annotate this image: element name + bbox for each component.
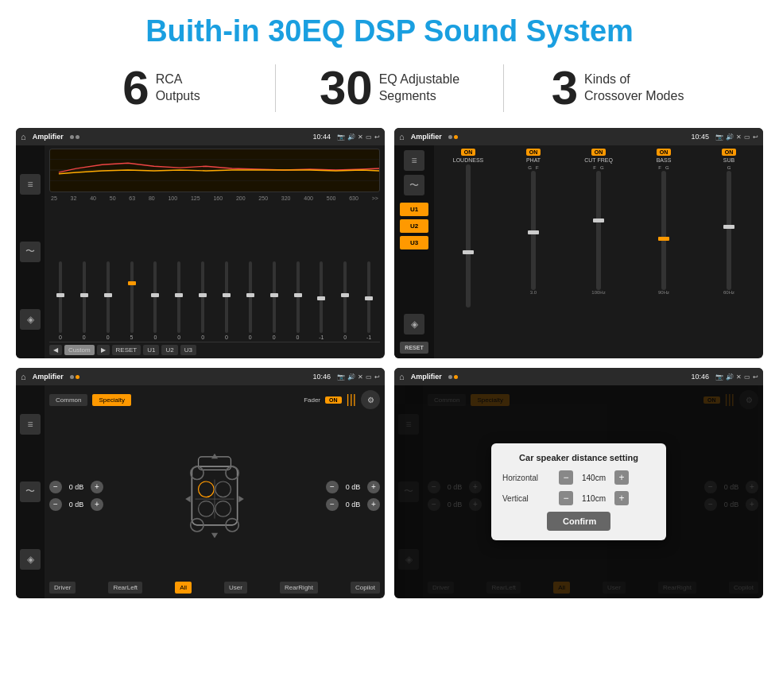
dialog-horizontal-minus[interactable]: −: [559, 470, 573, 485]
bass-slider[interactable]: [661, 171, 666, 290]
home-icon-3[interactable]: ⌂: [21, 372, 26, 381]
dialog-vertical-minus[interactable]: −: [559, 491, 573, 505]
back-icon[interactable]: ↩: [374, 133, 380, 141]
amp-eq-icon[interactable]: ≡: [404, 150, 424, 171]
cs-settings-icon[interactable]: ⚙: [361, 390, 380, 409]
eq-slider-4[interactable]: 0: [144, 261, 166, 340]
cs-main-panel: Common Specialty Fader ON ||| ⚙ − 0 dB +: [45, 385, 385, 598]
close-icon-3: ✕: [358, 373, 363, 381]
cutfreq-slider[interactable]: [596, 171, 601, 290]
bass-on-btn[interactable]: ON: [657, 149, 672, 156]
svg-rect-4: [199, 456, 231, 469]
home-icon[interactable]: ⌂: [21, 132, 26, 141]
eq-u3-btn[interactable]: U3: [180, 345, 196, 355]
screen4-topbar: ⌂ Amplifier 10:46 📷 🔊 ✕ ▭ ↩: [394, 368, 763, 385]
amp-channel-loudness: ON LOUDNESS: [437, 149, 499, 355]
cs-all-btn[interactable]: All: [175, 582, 192, 594]
eq-slider-8[interactable]: 0: [239, 261, 262, 340]
eq-u1-btn[interactable]: U1: [143, 345, 159, 355]
speaker-icon[interactable]: ◈: [20, 309, 41, 330]
screen1-content: ≡ 〜 ◈ 2: [16, 145, 385, 358]
eq-slider-3[interactable]: 5: [121, 261, 143, 340]
phat-slider[interactable]: [531, 171, 536, 290]
sub-slider[interactable]: [727, 171, 731, 290]
amp-speaker-icon[interactable]: ◈: [404, 314, 424, 335]
cs-minus-2[interactable]: −: [49, 498, 62, 511]
dialog-confirm-btn[interactable]: Confirm: [547, 512, 610, 531]
cs-eq-icon[interactable]: ≡: [20, 414, 41, 435]
sub-g-label: G: [727, 165, 731, 170]
wave-icon[interactable]: 〜: [20, 242, 41, 262]
cs-common-tab[interactable]: Common: [49, 394, 87, 406]
screen4-icons: 📷 🔊 ✕ ▭ ↩: [715, 373, 758, 381]
volume-icon-4: 🔊: [726, 373, 734, 381]
eq-slider-6[interactable]: 0: [192, 261, 214, 340]
cs-minus-1[interactable]: −: [49, 481, 62, 493]
amp-channel-bass: ON BASS F G 90Hz: [633, 149, 695, 355]
amp-u2-btn[interactable]: U2: [400, 219, 428, 233]
cs-rearright-btn[interactable]: RearRight: [280, 582, 318, 594]
phat-on-btn[interactable]: ON: [526, 149, 541, 156]
amp-u1-btn[interactable]: U1: [400, 203, 428, 216]
camera-icon: 📷: [337, 133, 345, 141]
cs-specialty-tab[interactable]: Specialty: [92, 394, 130, 406]
cs-minus-4[interactable]: −: [326, 498, 339, 511]
back-icon-4[interactable]: ↩: [753, 373, 758, 381]
eq-custom-btn[interactable]: Custom: [64, 345, 95, 355]
screen1-title: Amplifier: [33, 133, 64, 141]
screen3-content: ≡ 〜 ◈ Common Specialty Fader ON ||| ⚙: [16, 385, 385, 598]
loudness-slider[interactable]: [466, 164, 471, 307]
eq-u2-btn[interactable]: U2: [161, 345, 177, 355]
eq-slider-11[interactable]: -1: [310, 261, 332, 340]
eq-icon[interactable]: ≡: [20, 174, 41, 195]
cs-speaker-icon[interactable]: ◈: [20, 549, 41, 570]
eq-slider-13[interactable]: -1: [358, 261, 380, 340]
amp-reset-btn[interactable]: RESET: [400, 342, 428, 354]
fader-on-btn[interactable]: ON: [325, 396, 342, 404]
amp-u3-btn[interactable]: U3: [400, 236, 428, 249]
back-icon-3[interactable]: ↩: [374, 373, 380, 381]
eq-play-btn[interactable]: ▶: [97, 345, 110, 355]
eq-slider-0[interactable]: 0: [49, 261, 72, 340]
cs-minus-3[interactable]: −: [326, 481, 339, 493]
svg-point-10: [215, 481, 231, 497]
eq-slider-2[interactable]: 0: [97, 261, 119, 340]
cs-top-row: Common Specialty Fader ON ||| ⚙: [49, 390, 380, 409]
home-icon-2[interactable]: ⌂: [399, 132, 405, 141]
screen-cs: ⌂ Amplifier 10:46 📷 🔊 ✕ ▭ ↩ ≡ 〜 ◈: [16, 368, 385, 598]
cs-plus-4[interactable]: +: [367, 498, 380, 511]
dialog-horizontal-plus[interactable]: +: [614, 470, 629, 485]
stat-eq-number: 30: [320, 64, 373, 112]
cs-copilot-btn[interactable]: Copilot: [351, 582, 380, 594]
cs-plus-1[interactable]: +: [91, 481, 103, 493]
cs-db-row-3: − 0 dB +: [326, 481, 380, 493]
eq-slider-1[interactable]: 0: [73, 261, 95, 340]
eq-prev-btn[interactable]: ◀: [49, 345, 62, 355]
eq-slider-10[interactable]: 0: [287, 261, 309, 340]
eq-slider-9[interactable]: 0: [263, 261, 285, 340]
cs-plus-2[interactable]: +: [91, 498, 103, 511]
amp-wave-icon[interactable]: 〜: [404, 175, 424, 195]
back-icon-2[interactable]: ↩: [753, 133, 758, 141]
cs-plus-3[interactable]: +: [367, 481, 380, 493]
eq-slider-5[interactable]: 0: [168, 261, 190, 340]
cutfreq-on-btn[interactable]: ON: [591, 149, 607, 156]
cs-wave-icon[interactable]: 〜: [20, 481, 41, 502]
cs-left-controls: − 0 dB + − 0 dB +: [49, 414, 103, 577]
loudness-on-btn[interactable]: ON: [461, 149, 476, 156]
eq-slider-7[interactable]: 0: [215, 261, 238, 340]
cs-user-btn[interactable]: User: [224, 582, 247, 594]
eq-reset-btn[interactable]: RESET: [112, 345, 141, 355]
cs-driver-btn[interactable]: Driver: [49, 582, 76, 594]
bass-label: BASS: [657, 157, 672, 163]
fader-label: Fader: [304, 396, 320, 404]
cs-db-val-1: 0 dB: [65, 483, 87, 491]
dialog-vertical-plus[interactable]: +: [614, 491, 629, 505]
amp-channel-sub: ON SUB G 60Hz: [698, 149, 760, 355]
eq-slider-12[interactable]: 0: [334, 261, 356, 340]
cs-rearleft-btn[interactable]: RearLeft: [108, 582, 142, 594]
sub-on-btn[interactable]: ON: [722, 149, 737, 156]
dialog-horizontal-label: Horizontal: [502, 474, 554, 482]
amp-channel-cutfreq: ON CUT FREQ F G 100Hz: [568, 149, 630, 355]
home-icon-4[interactable]: ⌂: [399, 372, 405, 381]
